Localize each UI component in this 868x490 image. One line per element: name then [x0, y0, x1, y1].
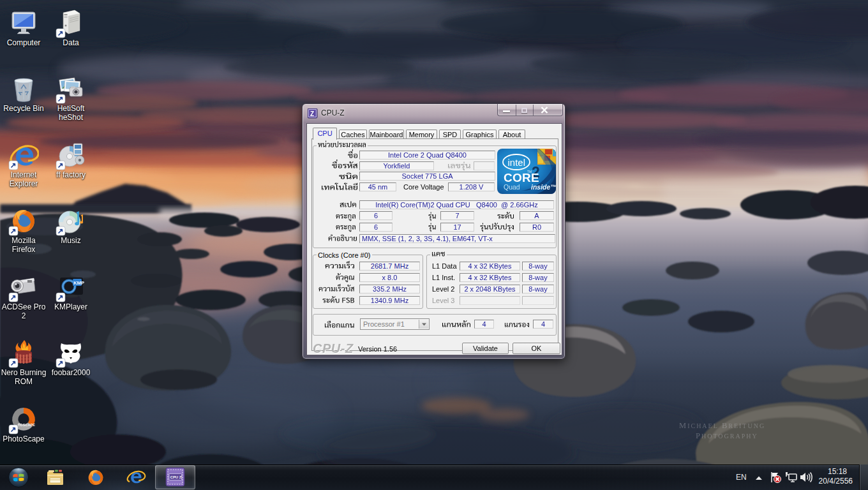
svg-text:Z: Z: [310, 110, 314, 117]
svg-text:CORE: CORE: [504, 171, 539, 184]
svg-text:CPU Z: CPU Z: [170, 475, 182, 479]
svg-text:inside™: inside™: [531, 183, 556, 191]
svg-text:intel: intel: [508, 157, 526, 168]
svg-text:Quad: Quad: [504, 183, 520, 191]
svg-text:TM: TM: [527, 170, 532, 174]
svg-text:KMP: KMP: [73, 280, 84, 286]
svg-text:TOSCAPE: TOSCAPE: [18, 423, 35, 427]
svg-text:PHOTOGRAPHY: PHOTOGRAPHY: [696, 431, 758, 440]
svg-text:MICHAEL BREITUNG: MICHAEL BREITUNG: [679, 421, 765, 430]
